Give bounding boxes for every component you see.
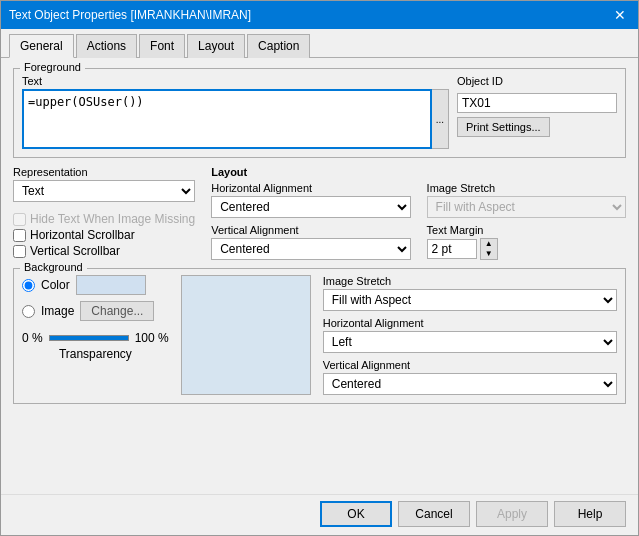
transparency-label: Transparency — [59, 347, 132, 361]
hide-text-row: Hide Text When Image Missing — [13, 212, 195, 226]
foreground-row: Text =upper(OSUser()) ... Object ID Prin… — [22, 75, 617, 149]
background-legend: Background — [20, 261, 87, 273]
main-window: Text Object Properties [IMRANKHAN\IMRAN]… — [0, 0, 639, 536]
help-button[interactable]: Help — [554, 501, 626, 527]
hide-text-label: Hide Text When Image Missing — [30, 212, 195, 226]
layout-section: Layout Horizontal Alignment Centered Lef… — [211, 166, 626, 260]
text-label: Text — [22, 75, 449, 87]
representation-section: Representation Text Image Hide Text When… — [13, 166, 195, 260]
tab-bar: General Actions Font Layout Caption — [1, 29, 638, 58]
representation-select[interactable]: Text Image — [13, 180, 195, 202]
image-stretch-select[interactable]: Fill with Aspect — [427, 196, 626, 218]
text-margin-label: Text Margin — [427, 224, 626, 236]
bg-horiz-align-label: Horizontal Alignment — [323, 317, 617, 329]
spinner-buttons: ▲ ▼ — [480, 238, 498, 260]
text-input[interactable]: =upper(OSUser()) — [22, 89, 432, 149]
bg-vert-align-select[interactable]: Centered Top Bottom — [323, 373, 617, 395]
horizontal-scrollbar-checkbox[interactable] — [13, 229, 26, 242]
object-id-label: Object ID — [457, 75, 503, 87]
image-radio-row: Image Change... — [22, 301, 169, 321]
representation-group: Representation Text Image — [13, 166, 195, 202]
bg-vert-align-label: Vertical Alignment — [323, 359, 617, 371]
hide-text-checkbox[interactable] — [13, 213, 26, 226]
transparency-row: 0 % 100 % — [22, 331, 169, 345]
background-content: Color Image Change... 0 % 100 % Tra — [22, 275, 617, 395]
color-radio-row: Color — [22, 275, 169, 295]
image-label: Image — [41, 304, 74, 318]
color-box[interactable] — [76, 275, 146, 295]
tab-layout[interactable]: Layout — [187, 34, 245, 58]
text-margin-row: ▲ ▼ — [427, 238, 626, 260]
bg-horiz-align-select[interactable]: Left Centered Right — [323, 331, 617, 353]
horiz-align-select[interactable]: Centered Left Right — [211, 196, 410, 218]
horiz-align-label: Horizontal Alignment — [211, 182, 410, 194]
vertical-scrollbar-checkbox[interactable] — [13, 245, 26, 258]
tab-font[interactable]: Font — [139, 34, 185, 58]
text-margin-group: Text Margin ▲ ▼ — [427, 224, 626, 260]
apply-button[interactable]: Apply — [476, 501, 548, 527]
horiz-align-group: Horizontal Alignment Centered Left Right — [211, 182, 410, 218]
change-button[interactable]: Change... — [80, 301, 154, 321]
tab-actions[interactable]: Actions — [76, 34, 137, 58]
horizontal-scroll-row: Horizontal Scrollbar — [13, 228, 195, 242]
background-preview — [181, 275, 311, 395]
text-input-wrapper: =upper(OSUser()) ... — [22, 89, 449, 149]
vert-align-label: Vertical Alignment — [211, 224, 410, 236]
transparency-slider[interactable] — [49, 335, 129, 341]
ellipsis-button[interactable]: ... — [432, 89, 449, 149]
color-radio[interactable] — [22, 279, 35, 292]
text-margin-input[interactable] — [427, 239, 477, 259]
close-button[interactable]: ✕ — [610, 8, 630, 22]
middle-row: Representation Text Image Hide Text When… — [13, 166, 626, 260]
image-stretch-group: Image Stretch Fill with Aspect — [427, 182, 626, 218]
tab-content: Foreground Text =upper(OSUser()) ... Obj… — [1, 58, 638, 494]
representation-label: Representation — [13, 166, 195, 178]
title-bar: Text Object Properties [IMRANKHAN\IMRAN]… — [1, 1, 638, 29]
image-stretch-label: Image Stretch — [427, 182, 626, 194]
object-id-section: Object ID Print Settings... — [457, 75, 617, 149]
foreground-fieldset: Foreground Text =upper(OSUser()) ... Obj… — [13, 68, 626, 158]
ok-button[interactable]: OK — [320, 501, 392, 527]
layout-title: Layout — [211, 166, 626, 178]
background-right: Image Stretch Fill with Aspect Fill Keep… — [323, 275, 617, 395]
spinner-up-button[interactable]: ▲ — [481, 239, 497, 249]
vert-align-select[interactable]: Centered Top Bottom — [211, 238, 410, 260]
horizontal-scrollbar-label: Horizontal Scrollbar — [30, 228, 135, 242]
background-left: Color Image Change... 0 % 100 % Tra — [22, 275, 169, 361]
transparency-center-label: Transparency — [22, 347, 169, 361]
spinner-down-button[interactable]: ▼ — [481, 249, 497, 259]
cancel-button[interactable]: Cancel — [398, 501, 470, 527]
bg-vert-align-group: Vertical Alignment Centered Top Bottom — [323, 359, 617, 395]
vertical-scroll-row: Vertical Scrollbar — [13, 244, 195, 258]
bg-image-stretch-label: Image Stretch — [323, 275, 617, 287]
transparency-right-label: 100 % — [135, 331, 169, 345]
vert-align-group: Vertical Alignment Centered Top Bottom — [211, 224, 410, 260]
tab-caption[interactable]: Caption — [247, 34, 310, 58]
vertical-scrollbar-label: Vertical Scrollbar — [30, 244, 120, 258]
bottom-buttons: OK Cancel Apply Help — [1, 494, 638, 535]
window-title: Text Object Properties [IMRANKHAN\IMRAN] — [9, 8, 251, 22]
text-section: Text =upper(OSUser()) ... — [22, 75, 449, 149]
bg-horiz-align-group: Horizontal Alignment Left Centered Right — [323, 317, 617, 353]
bg-image-stretch-group: Image Stretch Fill with Aspect Fill Keep… — [323, 275, 617, 311]
layout-grid: Horizontal Alignment Centered Left Right… — [211, 182, 626, 260]
foreground-legend: Foreground — [20, 61, 85, 73]
image-radio[interactable] — [22, 305, 35, 318]
background-fieldset: Background Color Image Change... 0 % — [13, 268, 626, 404]
print-settings-button[interactable]: Print Settings... — [457, 117, 550, 137]
tab-general[interactable]: General — [9, 34, 74, 58]
color-label: Color — [41, 278, 70, 292]
transparency-left-label: 0 % — [22, 331, 43, 345]
object-id-input[interactable] — [457, 93, 617, 113]
bg-image-stretch-select[interactable]: Fill with Aspect Fill Keep Aspect — [323, 289, 617, 311]
